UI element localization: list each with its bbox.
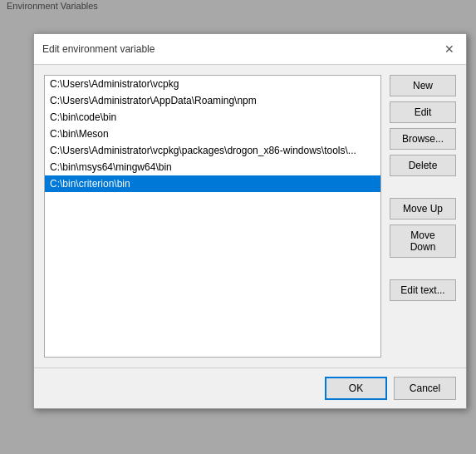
new-button[interactable]: New [390,75,456,96]
delete-button[interactable]: Delete [390,155,456,176]
move-up-button[interactable]: Move Up [390,198,456,220]
list-item[interactable]: C:\Users\Administrator\vcpkg [45,76,380,92]
edit-env-dialog: Edit environment variable ✕ C:\Users\Adm… [33,33,467,409]
cancel-button[interactable]: Cancel [394,377,456,400]
list-item[interactable]: C:\bin\msys64\mingw64\bin [45,159,380,175]
edit-button[interactable]: Edit [390,101,456,123]
list-item[interactable]: C:\Users\Administrator\vcpkg\packages\dr… [45,142,380,159]
close-button[interactable]: ✕ [441,41,458,57]
dialog-body: C:\Users\Administrator\vcpkgC:\Users\Adm… [34,65,466,368]
list-item[interactable]: C:\bin\code\bin [45,109,380,126]
env-variable-list[interactable]: C:\Users\Administrator\vcpkgC:\Users\Adm… [44,75,381,358]
list-item[interactable]: C:\Users\Administrator\AppData\Roaming\n… [45,92,380,109]
dialog-titlebar: Edit environment variable ✕ [34,34,466,65]
move-down-button[interactable]: Move Down [390,225,456,258]
edit-text-button[interactable]: Edit text... [390,279,456,301]
ok-button[interactable]: OK [325,377,387,400]
button-column: New Edit Browse... Delete Move Up Move D… [390,75,456,358]
browse-button[interactable]: Browse... [390,128,456,150]
dialog-title: Edit environment variable [42,43,155,55]
list-item[interactable]: C:\bin\Meson [45,126,380,142]
dialog-footer: OK Cancel [34,368,466,408]
list-item[interactable]: C:\bin\criterion\bin [45,175,380,192]
